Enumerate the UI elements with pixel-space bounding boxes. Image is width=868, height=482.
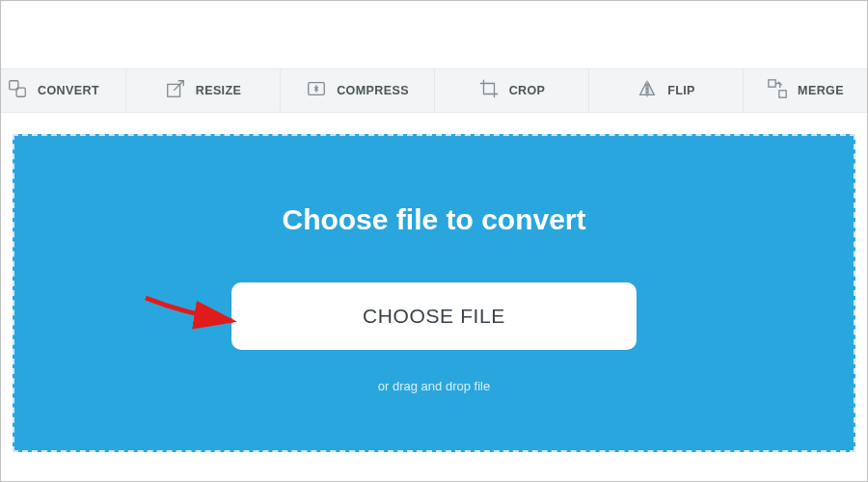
dropzone-headline: Choose file to convert xyxy=(282,203,585,236)
tool-label: FLIP xyxy=(667,84,695,97)
tool-flip[interactable]: FLIP xyxy=(589,69,744,112)
compress-icon xyxy=(306,78,327,103)
svg-rect-4 xyxy=(769,80,775,87)
dropzone[interactable]: Choose file to convert CHOOSE FILE or dr… xyxy=(13,134,855,452)
crop-icon xyxy=(478,78,500,103)
tool-label: RESIZE xyxy=(196,84,242,97)
dropzone-inner: Choose file to convert CHOOSE FILE or dr… xyxy=(14,136,854,450)
choose-file-button[interactable]: CHOOSE FILE xyxy=(231,282,637,350)
merge-icon xyxy=(767,78,788,103)
app-frame: CONVERT RESIZE COMPRESS CROP FLIP xyxy=(0,0,868,482)
tools-toolbar: CONVERT RESIZE COMPRESS CROP FLIP xyxy=(1,68,867,113)
tool-label: CONVERT xyxy=(38,84,99,97)
tool-label: COMPRESS xyxy=(337,84,409,97)
header-spacer xyxy=(1,1,867,68)
tool-resize[interactable]: RESIZE xyxy=(126,69,281,112)
resize-icon xyxy=(165,78,186,103)
flip-icon xyxy=(637,78,658,103)
tool-convert[interactable]: CONVERT xyxy=(1,69,126,112)
tool-label: CROP xyxy=(509,84,546,97)
convert-icon xyxy=(7,78,28,103)
tool-label: MERGE xyxy=(798,84,844,97)
dropzone-hint: or drag and drop file xyxy=(378,379,490,393)
svg-rect-5 xyxy=(779,91,786,97)
tool-merge[interactable]: MERGE xyxy=(744,69,867,112)
tool-crop[interactable]: CROP xyxy=(435,69,589,112)
tool-compress[interactable]: COMPRESS xyxy=(281,69,435,112)
